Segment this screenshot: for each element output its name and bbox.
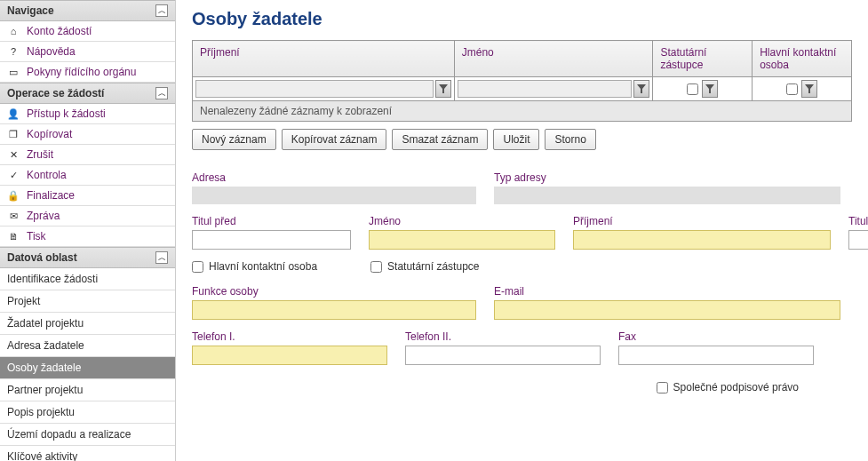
prijmeni-label: Příjmení: [573, 215, 831, 227]
ops-item[interactable]: 👤Přístup k žádosti: [0, 104, 175, 124]
data-panel-header[interactable]: Datová oblast ︿: [0, 247, 175, 268]
save-button[interactable]: Uložit: [493, 129, 539, 150]
hlavni-kontakt-checkbox[interactable]: [192, 261, 203, 273]
titul-pred-field[interactable]: [192, 230, 351, 250]
grid-empty-message: Nenalezeny žádné záznamy k zobrazení: [192, 101, 852, 122]
nav-item-label: Nápověda: [27, 45, 76, 58]
data-area-item[interactable]: Popis projektu: [0, 401, 175, 424]
data-area-item[interactable]: Partner projektu: [0, 379, 175, 401]
new-record-button[interactable]: Nový záznam: [192, 129, 276, 150]
col-jmeno[interactable]: Jméno: [454, 41, 653, 77]
titul-pred-label: Titul před: [192, 215, 351, 227]
spolecne-check[interactable]: Společné podpisové právo: [657, 381, 799, 393]
chevron-up-icon[interactable]: ︿: [155, 251, 168, 264]
data-header-label: Datová oblast: [7, 251, 77, 264]
hlavni-kontakt-label: Hlavní kontaktní osoba: [209, 260, 317, 273]
ops-header-label: Operace se žádostí: [7, 87, 104, 99]
statutarni-checkbox[interactable]: [370, 261, 382, 273]
persons-grid: Příjmení Jméno Statutární zástupce Hlavn…: [192, 40, 852, 101]
ops-item-label: Kopírovat: [27, 128, 72, 140]
data-area-item[interactable]: Klíčové aktivity: [0, 446, 175, 461]
prijmeni-field[interactable]: [573, 230, 831, 250]
ops-icon: 👤: [7, 108, 20, 120]
col-statutarni[interactable]: Statutární zástupce: [653, 41, 753, 77]
ops-icon: ✉: [7, 211, 20, 222]
statutarni-label: Statutární zástupce: [387, 260, 479, 273]
filter-jmeno-input[interactable]: [458, 80, 633, 98]
nav-item-label: Konto žádostí: [27, 25, 92, 37]
filter-icon[interactable]: [435, 80, 451, 98]
tel2-field[interactable]: [405, 346, 601, 365]
copy-record-button[interactable]: Kopírovat záznam: [282, 129, 387, 150]
nav-item[interactable]: ▭Pokyny řídícího orgánu: [0, 62, 175, 83]
nav-header-label: Navigace: [7, 4, 54, 17]
ops-icon: 🔒: [7, 190, 20, 202]
ops-icon: ✕: [7, 149, 20, 161]
filter-hlavni-checkbox[interactable]: [786, 83, 798, 95]
ops-item-label: Zrušit: [27, 148, 53, 161]
tel2-label: Telefon II.: [405, 330, 601, 343]
nav-icon: ?: [7, 46, 20, 57]
data-area-item[interactable]: Žadatel projektu: [0, 313, 175, 335]
nav-icon: ▭: [7, 67, 20, 78]
nav-icon: ⌂: [7, 26, 20, 36]
funkce-label: Funkce osoby: [192, 285, 476, 298]
ops-icon: ❐: [7, 129, 20, 140]
delete-record-button[interactable]: Smazat záznam: [392, 129, 488, 150]
adresa-field: [192, 187, 476, 204]
fax-field[interactable]: [618, 346, 814, 365]
ops-panel-header[interactable]: Operace se žádostí ︿: [0, 83, 175, 104]
ops-icon: ✓: [7, 170, 20, 181]
email-field[interactable]: [494, 300, 840, 320]
ops-item[interactable]: ✕Zrušit: [0, 145, 175, 165]
jmeno-label: Jméno: [369, 215, 555, 227]
col-prijmeni[interactable]: Příjmení: [193, 41, 455, 77]
typ-adresy-field: [494, 187, 840, 204]
statutarni-check[interactable]: Statutární zástupce: [370, 260, 479, 273]
col-hlavni-kontakt[interactable]: Hlavní kontaktní osoba: [753, 41, 852, 77]
data-area-item[interactable]: Adresa žadatele: [0, 335, 175, 357]
filter-icon[interactable]: [801, 80, 817, 98]
nav-item[interactable]: ⌂Konto žádostí: [0, 21, 175, 42]
filter-icon[interactable]: [702, 80, 718, 98]
nav-item[interactable]: ?Nápověda: [0, 42, 175, 62]
ops-item-label: Zpráva: [27, 210, 60, 222]
person-form: Adresa Typ adresy Titul před Jméno Příjm…: [192, 171, 852, 393]
nav-item-label: Pokyny řídícího orgánu: [27, 66, 136, 78]
chevron-up-icon[interactable]: ︿: [155, 4, 168, 17]
grid-button-row: Nový záznam Kopírovat záznam Smazat zázn…: [192, 129, 852, 150]
filter-prijmeni-input[interactable]: [195, 80, 434, 98]
ops-item[interactable]: ✉Zpráva: [0, 206, 175, 227]
typ-adresy-label: Typ adresy: [494, 171, 840, 184]
ops-item-label: Finalizace: [27, 189, 75, 202]
ops-item-label: Přístup k žádosti: [27, 107, 106, 120]
email-label: E-mail: [494, 285, 840, 298]
hlavni-kontakt-check[interactable]: Hlavní kontaktní osoba: [192, 260, 317, 273]
chevron-up-icon[interactable]: ︿: [155, 87, 168, 99]
titul-za-field[interactable]: [848, 230, 868, 250]
ops-item[interactable]: ✓Kontrola: [0, 165, 175, 186]
adresa-label: Adresa: [192, 171, 476, 184]
ops-item[interactable]: ❐Kopírovat: [0, 124, 175, 145]
sidebar: Navigace ︿ ⌂Konto žádostí?Nápověda▭Pokyn…: [0, 0, 176, 461]
tel1-field[interactable]: [192, 346, 387, 365]
main-content: Osoby žadatele Příjmení Jméno Statutární…: [176, 0, 868, 461]
filter-icon[interactable]: [633, 80, 649, 98]
jmeno-field[interactable]: [369, 230, 555, 250]
ops-item[interactable]: 🗎Tisk: [0, 227, 175, 247]
cancel-button[interactable]: Storno: [545, 129, 595, 150]
nav-panel-header[interactable]: Navigace ︿: [0, 0, 175, 21]
ops-item[interactable]: 🔒Finalizace: [0, 186, 175, 206]
titul-za-label: Titul za: [848, 215, 868, 227]
page-title: Osoby žadatele: [192, 9, 852, 29]
data-area-item[interactable]: Území dopadu a realizace: [0, 424, 175, 446]
data-area-item[interactable]: Projekt: [0, 290, 175, 313]
fax-label: Fax: [618, 330, 814, 343]
data-area-item[interactable]: Identifikace žádosti: [0, 268, 175, 290]
spolecne-checkbox[interactable]: [657, 382, 668, 393]
tel1-label: Telefon I.: [192, 330, 387, 343]
data-area-item[interactable]: Osoby žadatele: [0, 357, 175, 379]
ops-item-label: Kontrola: [27, 169, 67, 181]
filter-statutarni-checkbox[interactable]: [687, 83, 698, 95]
funkce-field[interactable]: [192, 300, 476, 320]
